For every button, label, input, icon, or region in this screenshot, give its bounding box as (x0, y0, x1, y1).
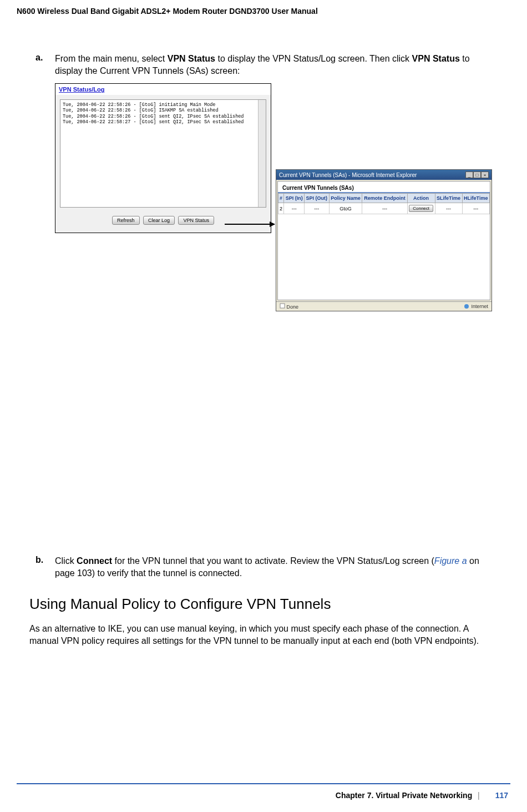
col-policy-name: Policy Name (329, 194, 362, 203)
col-action: Action (407, 194, 435, 203)
footer-page-number: 117 (495, 791, 508, 800)
bold-connect: Connect (77, 556, 112, 566)
col-hlifetime: HLifeTime (462, 194, 490, 203)
vpn-status-button[interactable]: VPN Status (178, 216, 214, 225)
footer-chapter: Chapter 7. Virtual Private Networking (336, 791, 472, 800)
ie-body-heading: Current VPN Tunnels (SAs) (278, 181, 490, 193)
step-a: a. From the main menu, select VPN Status… (36, 53, 496, 316)
step-b-text: Click Connect for the VPN tunnel that yo… (55, 555, 496, 579)
internet-icon (464, 304, 469, 309)
log-line: Tue, 2004-06-22 22:58:26 - [GtoG] ISAKMP… (63, 108, 264, 113)
cell-slife: --- (435, 203, 462, 214)
ie-body: Current VPN Tunnels (SAs) # SPI (In) SPI… (277, 181, 490, 300)
table-header-row: # SPI (In) SPI (Out) Policy Name Remote … (278, 194, 490, 203)
ie-title-text: Current VPN Tunnels (SAs) - Microsoft In… (279, 172, 417, 178)
footer-rule (17, 783, 510, 784)
cell-hlife: --- (462, 203, 490, 214)
cell-spi-in: --- (284, 203, 305, 214)
status-right: Internet (464, 303, 488, 310)
status-right-text: Internet (471, 304, 488, 309)
col-num: # (278, 194, 284, 203)
step-b-marker: b. (36, 555, 43, 565)
clear-log-button[interactable]: Clear Log (143, 216, 175, 225)
status-left: Done (280, 303, 298, 310)
section-heading: Using Manual Policy to Configure VPN Tun… (29, 596, 496, 613)
window-controls: _ □ × (465, 172, 489, 178)
step-a-text: From the main menu, select VPN Status to… (55, 53, 496, 77)
svg-point-1 (464, 304, 469, 309)
bold-vpn-status-2: VPN Status (412, 54, 460, 63)
step-b: b. Click Connect for the VPN tunnel that… (36, 555, 496, 579)
minimize-icon[interactable]: _ (465, 172, 473, 178)
svg-rect-0 (280, 304, 285, 308)
log-body: Tue, 2004-06-22 22:58:26 - [GtoG] initia… (60, 99, 266, 208)
log-line: Tue, 2004-06-22 22:58:26 - [GtoG] initia… (63, 102, 264, 108)
done-icon (280, 303, 285, 309)
text: to display the VPN Status/Log screen. Th… (215, 54, 412, 63)
cell-spi-out: --- (305, 203, 329, 214)
step-a-marker: a. (36, 53, 43, 63)
cell-policy: GtoG (329, 203, 362, 214)
col-remote-endpoint: Remote Endpoint (362, 194, 407, 203)
page-content: a. From the main menu, select VPN Status… (36, 53, 496, 647)
page-footer: Chapter 7. Virtual Private Networking | … (336, 791, 508, 800)
text: Click (55, 556, 77, 566)
log-line: Tue, 2004-06-22 22:58:26 - [GtoG] sent Q… (63, 114, 264, 119)
cell-remote: --- (362, 203, 407, 214)
log-window-title: VPN Status/Log (55, 84, 271, 95)
maximize-icon[interactable]: □ (473, 172, 481, 178)
vpn-status-log-window: VPN Status/Log Tue, 2004-06-22 22:58:26 … (55, 83, 271, 233)
arrow-icon (225, 224, 275, 225)
text: for the VPN tunnel that you want to acti… (112, 556, 434, 566)
col-slifetime: SLifeTime (435, 194, 462, 203)
table-row: 2 --- --- GtoG --- Connect --- --- (278, 203, 490, 214)
footer-separator: | (478, 791, 480, 800)
section-paragraph: As an alternative to IKE, you can use ma… (29, 623, 496, 647)
ie-titlebar: Current VPN Tunnels (SAs) - Microsoft In… (276, 170, 491, 180)
log-line: Tue, 2004-06-22 22:58:27 - [GtoG] sent Q… (63, 119, 264, 125)
figure: VPN Status/Log Tue, 2004-06-22 22:58:26 … (55, 83, 496, 316)
cell-num: 2 (278, 203, 284, 214)
bold-vpn-status-1: VPN Status (168, 54, 215, 63)
refresh-button[interactable]: Refresh (112, 216, 140, 225)
ie-window: Current VPN Tunnels (SAs) - Microsoft In… (276, 169, 492, 311)
status-left-text: Done (287, 304, 299, 310)
ie-status-bar: Done Internet (276, 301, 491, 311)
col-spi-in: SPI (In) (284, 194, 305, 203)
scrollbar[interactable] (258, 100, 266, 207)
text: From the main menu, select (55, 54, 168, 63)
figure-link[interactable]: Figure a (434, 556, 467, 566)
close-icon[interactable]: × (481, 172, 489, 178)
col-spi-out: SPI (Out) (305, 194, 329, 203)
cell-action: Connect (407, 203, 435, 214)
vpn-tunnels-table: # SPI (In) SPI (Out) Policy Name Remote … (278, 193, 490, 214)
page-header: N600 Wireless Dual Band Gigabit ADSL2+ M… (17, 7, 318, 16)
connect-button[interactable]: Connect (409, 205, 433, 212)
